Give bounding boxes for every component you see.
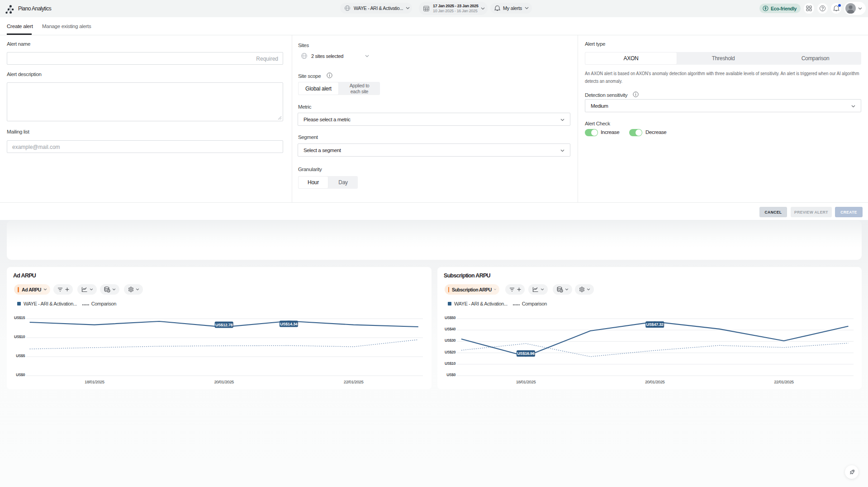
svg-text:US$14.34: US$14.34 (280, 322, 298, 326)
svg-text:US$16.96: US$16.96 (517, 351, 535, 356)
svg-text:US$10: US$10 (14, 334, 25, 339)
svg-text:20/01/2025: 20/01/2025 (645, 379, 665, 384)
svg-text:US$30: US$30 (445, 338, 456, 343)
svg-text:18/01/2025: 18/01/2025 (516, 379, 536, 384)
svg-text:22/01/2025: 22/01/2025 (774, 379, 794, 384)
svg-text:US$5: US$5 (16, 353, 25, 358)
svg-text:18/01/2025: 18/01/2025 (85, 379, 104, 384)
svg-text:US$0: US$0 (446, 372, 455, 377)
svg-text:US$0: US$0 (16, 372, 25, 377)
svg-text:US$12.78: US$12.78 (215, 323, 233, 327)
svg-text:US$50: US$50 (445, 315, 456, 320)
svg-text:US$40: US$40 (445, 327, 456, 331)
svg-text:US$10: US$10 (445, 361, 456, 366)
svg-text:20/01/2025: 20/01/2025 (214, 379, 234, 384)
svg-text:22/01/2025: 22/01/2025 (344, 379, 364, 384)
svg-text:US$20: US$20 (445, 350, 456, 354)
svg-text:US$47.32: US$47.32 (646, 322, 664, 327)
svg-text:US$15: US$15 (14, 315, 25, 320)
